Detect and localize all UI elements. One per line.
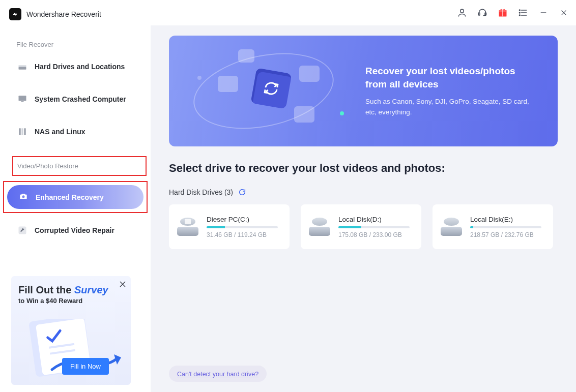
svg-rect-0 xyxy=(19,67,26,70)
drive-name: Dieser PC(C:) xyxy=(207,216,282,223)
drive-icon xyxy=(176,218,199,236)
drive-size: 175.08 GB / 233.00 GB xyxy=(338,231,414,238)
svg-rect-18 xyxy=(502,10,503,17)
svg-rect-3 xyxy=(21,101,24,102)
sidebar-item-hard-drives[interactable]: Hard Drives and Locations xyxy=(0,55,151,78)
sidebar-section-video-photo-restore: Video/Photo Restore xyxy=(12,156,147,176)
svg-rect-1 xyxy=(19,66,26,67)
drive-name: Local Disk(E:) xyxy=(470,216,546,223)
drive-meta: Local Disk(D:)175.08 GB / 233.00 GB xyxy=(338,216,414,238)
drive-card[interactable]: Local Disk(D:)175.08 GB / 233.00 GB xyxy=(301,204,421,249)
drive-meta: Local Disk(E:)218.57 GB / 232.76 GB xyxy=(470,216,546,238)
close-icon[interactable] xyxy=(119,279,127,291)
user-icon[interactable] xyxy=(457,8,467,18)
drive-usage-bar xyxy=(470,226,541,228)
drive-size: 31.46 GB / 119.24 GB xyxy=(207,231,282,238)
svg-rect-4 xyxy=(19,128,20,135)
close-window-icon[interactable] xyxy=(559,8,569,18)
cant-detect-link[interactable]: Can't detect your hard drive? xyxy=(177,371,258,378)
hero-title: Recover your lost videos/photos from all… xyxy=(365,65,539,91)
cant-detect-pill[interactable]: Can't detect your hard drive? xyxy=(169,366,267,382)
drive-name: Local Disk(D:) xyxy=(338,216,414,223)
brand: Wondershare Recoverit xyxy=(0,0,151,25)
svg-point-21 xyxy=(520,12,521,13)
gift-icon[interactable] xyxy=(498,8,508,18)
drives-count-label: Hard Disk Drives (3) xyxy=(169,188,233,196)
sidebar: Wondershare Recoverit File Recover Hard … xyxy=(0,0,151,392)
sidebar-item-label: Enhanced Recovery xyxy=(36,193,104,201)
wrench-icon xyxy=(17,225,27,235)
sidebar-item-corrupted-video-repair[interactable]: Corrupted Video Repair xyxy=(0,219,151,242)
hero-illustration-icon xyxy=(187,45,355,137)
drive-icon xyxy=(440,218,463,236)
content: Recover your lost videos/photos from all… xyxy=(151,25,576,392)
sidebar-section-file-recover: File Recover xyxy=(0,25,151,55)
drives-section-header: Hard Disk Drives (3) xyxy=(169,188,558,196)
titlebar xyxy=(151,0,576,25)
camera-icon xyxy=(18,191,28,203)
minimize-window-icon[interactable] xyxy=(538,8,549,18)
sidebar-item-label: System Crashed Computer xyxy=(35,95,126,103)
hero-banner: Recover your lost videos/photos from all… xyxy=(169,36,558,146)
svg-rect-14 xyxy=(479,13,480,15)
hero-text: Recover your lost videos/photos from all… xyxy=(365,65,539,117)
drive-meta: Dieser PC(C:)31.46 GB / 119.24 GB xyxy=(207,216,282,238)
svg-point-13 xyxy=(460,9,464,13)
hero-subtitle: Such as Canon, Sony, DJI, GoPro, Seagate… xyxy=(365,97,539,117)
sidebar-item-enhanced-recovery-highlight: Enhanced Recovery xyxy=(3,181,148,213)
app-logo-icon xyxy=(9,8,21,20)
list-menu-icon[interactable] xyxy=(518,8,528,18)
hard-drive-icon xyxy=(17,62,27,72)
svg-rect-5 xyxy=(21,128,23,135)
sidebar-item-label: NAS and Linux xyxy=(35,128,85,136)
drive-card[interactable]: Local Disk(E:)218.57 GB / 232.76 GB xyxy=(433,204,553,249)
monitor-icon xyxy=(17,94,27,104)
refresh-icon[interactable] xyxy=(238,188,246,196)
svg-point-19 xyxy=(520,10,521,11)
promo-subline: to Win a $40 Reward xyxy=(18,297,124,305)
fill-in-now-button[interactable]: Fill in Now xyxy=(62,358,109,375)
sidebar-item-label: Hard Drives and Locations xyxy=(35,63,125,71)
support-headset-icon[interactable] xyxy=(477,8,487,18)
drive-usage-bar xyxy=(207,226,278,228)
app-title: Wondershare Recoverit xyxy=(26,10,101,18)
server-icon xyxy=(17,127,27,137)
drive-grid: Dieser PC(C:)31.46 GB / 119.24 GBLocal D… xyxy=(169,204,558,249)
svg-point-7 xyxy=(22,195,25,198)
sidebar-item-label: Corrupted Video Repair xyxy=(35,226,114,234)
select-drive-heading: Select drive to recover your lost videos… xyxy=(169,162,558,175)
survey-promo-card: Fill Out the Survey to Win a $40 Reward … xyxy=(11,276,131,385)
sidebar-item-enhanced-recovery[interactable]: Enhanced Recovery xyxy=(7,185,143,209)
drive-size: 218.57 GB / 232.76 GB xyxy=(470,231,546,238)
drive-usage-bar xyxy=(338,226,410,228)
svg-point-23 xyxy=(520,15,521,16)
svg-rect-2 xyxy=(19,96,26,101)
drive-icon xyxy=(308,218,331,236)
promo-headline: Fill Out the Survey xyxy=(18,284,124,296)
drive-card[interactable]: Dieser PC(C:)31.46 GB / 119.24 GB xyxy=(169,204,290,249)
sidebar-item-crashed-computer[interactable]: System Crashed Computer xyxy=(0,88,151,110)
svg-rect-6 xyxy=(24,128,25,135)
main-area: Recover your lost videos/photos from all… xyxy=(151,0,576,392)
sidebar-item-nas-linux[interactable]: NAS and Linux xyxy=(0,120,151,143)
